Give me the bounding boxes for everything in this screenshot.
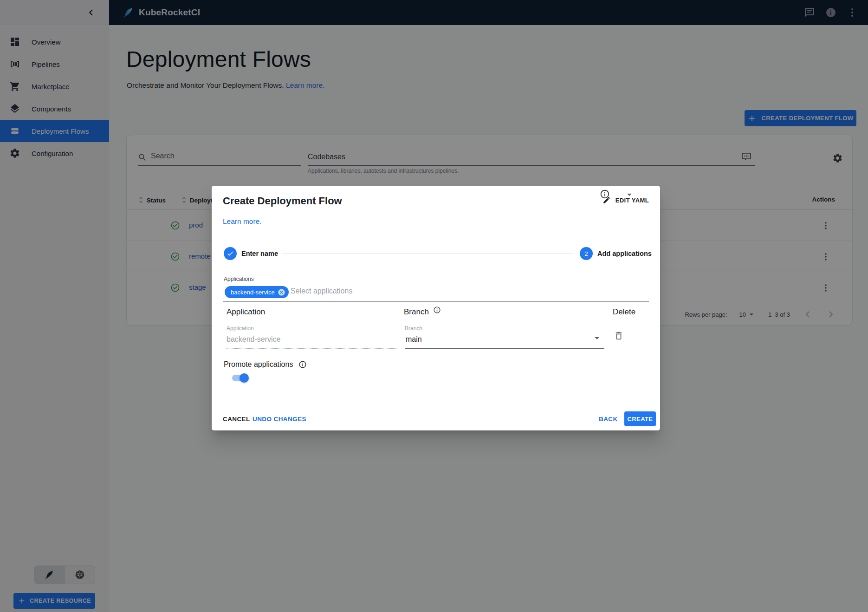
delete-row-trash-icon[interactable] xyxy=(614,331,624,341)
branch-field-value[interactable]: main xyxy=(406,335,422,344)
create-button[interactable]: CREATE xyxy=(624,411,656,426)
step-label: Add applications xyxy=(597,250,652,257)
promote-applications-toggle[interactable] xyxy=(232,373,249,383)
application-chip-label: backend-service xyxy=(231,289,275,296)
create-deployment-flow-dialog: Create Deployment Flow EDIT YAML Learn m… xyxy=(212,186,660,430)
stepper-connector xyxy=(282,254,574,254)
select-applications-input[interactable] xyxy=(291,287,551,295)
application-field-underline xyxy=(227,348,397,349)
application-field-value: backend-service xyxy=(227,335,281,344)
toggle-thumb xyxy=(240,373,249,383)
stepper-step-add-applications[interactable]: 2 Add applications xyxy=(580,247,652,260)
application-chip[interactable]: backend-service xyxy=(225,286,289,298)
grid-header-delete: Delete xyxy=(613,307,635,317)
promote-applications-row: Promote applications xyxy=(224,360,307,369)
application-field-label: Application xyxy=(227,325,254,332)
promote-applications-label: Promote applications xyxy=(224,360,293,369)
dialog-title: Create Deployment Flow xyxy=(223,195,342,207)
stepper-step-enter-name[interactable]: Enter name xyxy=(224,247,278,260)
promote-info-icon[interactable] xyxy=(298,360,307,369)
step-label: Enter name xyxy=(241,250,278,257)
step-number-circle: 2 xyxy=(580,247,593,260)
branch-field-underline xyxy=(405,348,604,349)
undo-changes-button[interactable]: UNDO CHANGES xyxy=(249,411,310,426)
chip-remove-icon[interactable] xyxy=(278,288,285,296)
branch-dropdown-caret-icon[interactable] xyxy=(591,332,602,344)
grid-header-branch-label: Branch xyxy=(404,307,429,317)
branch-field-label: Branch xyxy=(405,325,422,332)
check-icon xyxy=(227,250,234,257)
branch-info-icon[interactable] xyxy=(433,306,441,314)
step-check-circle xyxy=(224,247,237,260)
grid-header-application: Application xyxy=(227,307,265,317)
applications-info-icon[interactable] xyxy=(600,189,610,199)
dialog-actions: CANCEL UNDO CHANGES BACK CREATE xyxy=(212,411,660,426)
applications-multiselect[interactable]: backend-service xyxy=(223,284,649,302)
dialog-learn-more-link[interactable]: Learn more. xyxy=(223,217,262,226)
grid-header-branch: Branch xyxy=(404,307,441,317)
applications-field-label: Applications xyxy=(224,276,254,282)
applications-dropdown-caret-icon[interactable] xyxy=(624,189,635,200)
back-button[interactable]: BACK xyxy=(595,411,622,426)
